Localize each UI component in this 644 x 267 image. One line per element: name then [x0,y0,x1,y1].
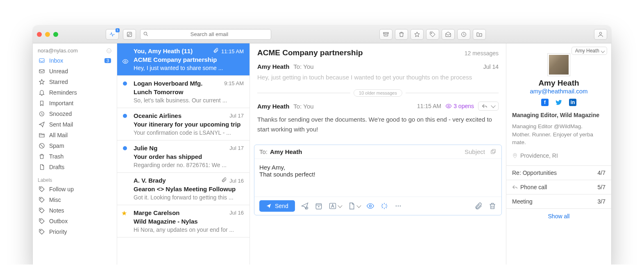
sidebar-item-sent-mail[interactable]: Sent Mail [34,119,115,130]
related-thread-item[interactable]: Meeting3/7 [506,195,611,209]
sidebar-item-inbox[interactable]: Inbox3 [34,55,115,66]
sidebar-label-follow-up[interactable]: Follow up [34,184,115,195]
compose-body[interactable]: Hey Amy, That sounds perfect! [254,159,501,197]
sidebar-item-label: Unread [49,68,68,75]
thread-item[interactable]: You, Amy Heath (11)11:15 AMACME Company … [117,43,249,76]
older-messages-toggle[interactable]: 10 older messages [257,89,499,97]
schedule-icon[interactable] [315,202,323,210]
sidebar-item-unread[interactable]: Unread [34,66,115,77]
labels-header: Labels [33,172,117,184]
thread-subject: Gearon <> Nylas Meeting Followup [134,186,244,192]
svg-point-15 [40,230,41,231]
thread-subject: Your itinerary for your upcoming trip [134,121,244,128]
mark-read-button[interactable] [442,29,455,40]
font-format-button[interactable] [329,202,342,210]
thread-item[interactable]: ★Marge CarelsonJul 16Wild Magazine - Nyl… [117,205,249,238]
move-button[interactable] [473,29,486,40]
sidebar-item-spam[interactable]: Spam [34,140,115,151]
thread-item[interactable]: Logan Hoverboard Mfg.9:15 AMLunch Tomorr… [117,76,249,108]
twitter-icon[interactable] [555,99,562,106]
compose-to-name[interactable]: Amy Heath [270,148,302,155]
sidebar-item-label: Snoozed [49,111,72,117]
facebook-icon[interactable]: f [541,99,549,106]
sidebar-label-misc[interactable]: Misc [34,195,115,205]
svg-point-3 [431,33,432,34]
related-thread-label: Meeting [512,198,533,205]
related-thread-item[interactable]: Phone call5/7 [506,180,611,195]
sidebar-item-label: Spam [49,143,64,149]
thread-time: Jul 17 [229,145,244,151]
sidebar-item-starred[interactable]: Starred [34,77,115,87]
thread-item[interactable]: Julie NgJul 17Your order has shippedRega… [117,140,249,173]
show-all-link[interactable]: Show all [506,209,611,224]
zoom-window-button[interactable] [53,32,58,37]
attach-button[interactable] [474,202,483,210]
more-icon[interactable] [394,202,402,210]
thread-preview: Hey, I just wanted to share some ... [134,65,244,71]
read-receipt-icon[interactable] [366,202,374,210]
thread-time: 11:15 AM [213,48,244,54]
window-controls [37,32,58,37]
star-icon [414,31,420,38]
compose-button[interactable] [123,29,136,40]
thread-item[interactable]: A. V. BradyJul 16Gearon <> Nylas Meeting… [117,173,249,205]
related-thread-meta: 5/7 [598,184,605,190]
sidebar-label-outbox[interactable]: Outbox [34,216,115,226]
sidebar-label-priority[interactable]: Priority [34,226,115,237]
thread-subject: ACME Company partnership [134,56,244,63]
sidebar-item-snoozed[interactable]: Snoozed [34,109,115,119]
discard-button[interactable] [488,202,497,210]
profile-email[interactable]: amy@heathmail.com [506,88,611,95]
archive-button[interactable] [379,29,392,40]
profile-name: Amy Heath [506,79,611,88]
message-preview: Hey, just getting in touch because I wan… [257,70,499,85]
sidebar-item-drafts[interactable]: Drafts [34,162,115,172]
draft-icon [39,164,45,170]
account-header[interactable]: nora@nylas.com [33,43,117,55]
sidebar-item-trash[interactable]: Trash [34,151,115,162]
thread-subject: Lunch Tomorrow [134,88,244,95]
message-to: To: You [293,63,313,70]
sidebar-item-important[interactable]: Important [34,98,115,109]
thread-preview: Regarding order no. 8726761: We ... [134,162,244,168]
thread-time: Jul 16 [221,177,244,184]
sidebar-item-label: Priority [49,229,67,235]
snooze-button[interactable] [457,29,470,40]
search-box [140,29,271,40]
template-button[interactable] [347,202,361,210]
delete-button[interactable] [395,29,408,40]
close-window-button[interactable] [37,32,42,37]
tag-button[interactable] [426,29,439,40]
inbox-icon [39,57,45,64]
linkedin-icon[interactable]: in [569,99,576,106]
sidebar-item-all-mail[interactable]: All Mail [34,130,115,140]
send-button[interactable]: Send [259,200,295,212]
compose-subject-label[interactable]: Subject [465,148,485,155]
chevron-down-icon [338,203,342,208]
sidebar-item-label: Starred [49,79,68,85]
message-from: Amy Heath [257,103,289,110]
profile-selector[interactable]: Amy Heath [571,47,607,55]
reply-menu[interactable] [478,102,499,111]
star-button[interactable] [410,29,424,40]
sidebar-item-label: Inbox [49,57,63,64]
thread-item[interactable]: Oceanic AirlinesJul 17Your itinerary for… [117,108,249,140]
search-input[interactable] [140,29,271,40]
sidebar-item-count: 3 [104,58,111,63]
reader-pane: ACME Company partnership 12 messages Amy… [250,43,506,265]
activity-button[interactable]: 1 [106,29,119,40]
sidebar-item-label: Important [49,100,73,106]
thread-subject: Wild Magazine - Nylas [134,218,244,225]
sidebar-label-notes[interactable]: Notes [34,205,115,216]
svg-point-13 [40,209,41,210]
popout-icon[interactable] [490,148,497,155]
account-button[interactable] [594,29,607,40]
link-tracking-icon[interactable] [380,202,388,210]
activity-icon [109,31,116,38]
sidebar-item-reminders[interactable]: Reminders [34,87,115,98]
message-collapsed[interactable]: Amy Heath To: You Jul 14 Hey, just getti… [250,61,506,88]
related-thread-item[interactable]: Re: Opportunities4/7 [506,166,611,180]
minimize-window-button[interactable] [45,32,50,37]
trash-icon [398,31,405,38]
send-later-icon[interactable] [301,202,309,210]
